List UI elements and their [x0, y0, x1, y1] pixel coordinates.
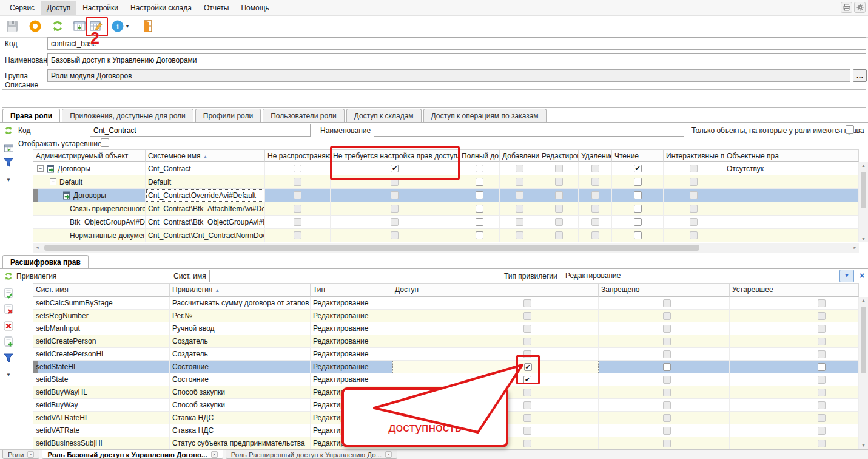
- more-filters-caret-icon[interactable]: ▼: [2, 369, 15, 381]
- type-combobox[interactable]: Редактирование: [562, 270, 839, 282]
- checkbox[interactable]: [476, 165, 483, 172]
- col-header-sorted[interactable]: Привилегия▲: [170, 283, 311, 297]
- check-cell[interactable]: [331, 189, 459, 202]
- obsolete-cell[interactable]: [730, 386, 859, 399]
- sysname-cell[interactable]: Cnt_Contract: [146, 162, 265, 175]
- checkbox[interactable]: [294, 218, 301, 226]
- denied-cell[interactable]: [599, 412, 730, 424]
- scroll-right-icon[interactable]: ►: [853, 245, 857, 250]
- rights-vscrollbar[interactable]: ▲ ▼: [859, 162, 868, 242]
- filter-funnel-icon[interactable]: [2, 352, 15, 364]
- check-cell[interactable]: [331, 216, 459, 229]
- checkbox[interactable]: [476, 191, 483, 199]
- privilege-cell[interactable]: Статус субъекта предпринимательства: [170, 437, 311, 450]
- access-cell[interactable]: [392, 335, 599, 348]
- checkbox[interactable]: [690, 191, 698, 199]
- check-cell[interactable]: [500, 162, 539, 175]
- collapse-icon[interactable]: −: [37, 165, 44, 172]
- check-cell[interactable]: [664, 189, 724, 202]
- sysname-cell[interactable]: setidBusinessSubjHl: [33, 437, 170, 450]
- checkbox[interactable]: [663, 312, 671, 320]
- decode-row[interactable]: setidStateСостояниеРедактирование✔: [33, 373, 859, 386]
- doc-remove-icon[interactable]: [2, 303, 15, 315]
- check-cell[interactable]: [459, 162, 500, 175]
- checkbox[interactable]: [591, 178, 599, 186]
- check-cell[interactable]: [664, 216, 724, 229]
- table-import-icon[interactable]: [72, 19, 87, 33]
- sysname-cell[interactable]: setidCreatePerson: [33, 335, 170, 348]
- scroll-left-icon[interactable]: ◄: [35, 245, 39, 250]
- checkbox[interactable]: [818, 338, 826, 345]
- obsolete-cell[interactable]: [730, 399, 859, 412]
- sysname-cell[interactable]: Cnt_Contract\Btk_AttachItemAvi#Default: [146, 202, 265, 216]
- checkbox[interactable]: [663, 325, 671, 333]
- checkbox[interactable]: [516, 191, 523, 199]
- stop-icon[interactable]: [28, 19, 42, 33]
- checkbox[interactable]: [294, 178, 301, 186]
- group-input[interactable]: [47, 69, 850, 82]
- rights-row[interactable]: Btk_ObjectGroupAvi#DefCnt_Contract\Btk_O…: [33, 216, 859, 229]
- scroll-thumb[interactable]: [861, 307, 866, 373]
- check-cell[interactable]: [539, 202, 579, 216]
- check-cell[interactable]: [331, 229, 459, 242]
- access-cell[interactable]: ✔: [392, 373, 599, 386]
- object-cell[interactable]: −Договоры: [33, 162, 146, 175]
- only-objects-checkbox[interactable]: [846, 125, 854, 134]
- obsolete-cell[interactable]: [730, 373, 859, 386]
- checkbox[interactable]: [663, 376, 671, 384]
- obsolete-cell[interactable]: [730, 348, 859, 361]
- checkbox[interactable]: [818, 325, 826, 333]
- obsolete-cell[interactable]: [730, 412, 859, 424]
- col-header[interactable]: Добавление: [500, 149, 539, 162]
- access-cell[interactable]: [392, 310, 599, 322]
- checkbox[interactable]: [663, 338, 671, 345]
- show-obsolete-checkbox[interactable]: [101, 138, 109, 147]
- privilege-cell[interactable]: Состояние: [170, 361, 311, 373]
- obsolete-cell[interactable]: [730, 437, 859, 450]
- checkbox[interactable]: [555, 231, 563, 239]
- sysname-cell[interactable]: setidBuyWayHL: [33, 386, 170, 399]
- checkbox[interactable]: [294, 205, 301, 212]
- scroll-up-icon[interactable]: ▲: [859, 163, 868, 168]
- privilege-cell[interactable]: Ручной ввод: [170, 322, 311, 335]
- checkbox[interactable]: [523, 427, 531, 435]
- doctab-role-extended[interactable]: Роль Расширенный доступ к Управлению До.…: [226, 450, 398, 459]
- info-icon[interactable]: i: [110, 19, 125, 33]
- checkbox[interactable]: [663, 350, 671, 358]
- col-header[interactable]: Удаление: [579, 149, 612, 162]
- checkbox[interactable]: [294, 231, 301, 239]
- check-cell[interactable]: [579, 162, 612, 175]
- access-cell[interactable]: [392, 297, 599, 310]
- check-cell[interactable]: [500, 216, 539, 229]
- rights-row[interactable]: Связь прикрепленного (Cnt_Contract\Btk_A…: [33, 202, 859, 216]
- checkbox[interactable]: [476, 218, 483, 226]
- access-cell[interactable]: ✔: [392, 361, 599, 373]
- check-cell[interactable]: [579, 202, 612, 216]
- check-cell[interactable]: [500, 202, 539, 216]
- checkbox[interactable]: [634, 205, 642, 212]
- excel-remove-icon[interactable]: [2, 320, 15, 332]
- checkbox[interactable]: [294, 165, 301, 172]
- checkbox[interactable]: [591, 165, 599, 172]
- checkbox[interactable]: [663, 440, 671, 447]
- refresh-icon[interactable]: [2, 124, 15, 137]
- check-cell[interactable]: [265, 229, 331, 242]
- check-cell[interactable]: [265, 162, 331, 175]
- col-header[interactable]: Запрещено: [599, 283, 730, 297]
- privilege-cell[interactable]: Создатель: [170, 335, 311, 348]
- denied-cell[interactable]: [599, 399, 730, 412]
- descr-textarea[interactable]: [2, 89, 866, 108]
- checkbox[interactable]: [523, 401, 531, 409]
- check-cell[interactable]: [664, 175, 724, 189]
- check-cell[interactable]: [459, 216, 500, 229]
- more-filters-caret-icon[interactable]: ▼: [2, 174, 15, 186]
- col-header[interactable]: Доступ: [392, 283, 599, 297]
- sysname-cell[interactable]: Default: [146, 175, 265, 189]
- checkbox[interactable]: [663, 299, 671, 307]
- col-header[interactable]: Устаревшее: [730, 283, 859, 297]
- menu-otchety[interactable]: Отчеты: [198, 1, 235, 15]
- check-cell[interactable]: [664, 202, 724, 216]
- checkbox[interactable]: [591, 218, 599, 226]
- check-cell[interactable]: [459, 189, 500, 202]
- refresh-icon[interactable]: [50, 19, 65, 33]
